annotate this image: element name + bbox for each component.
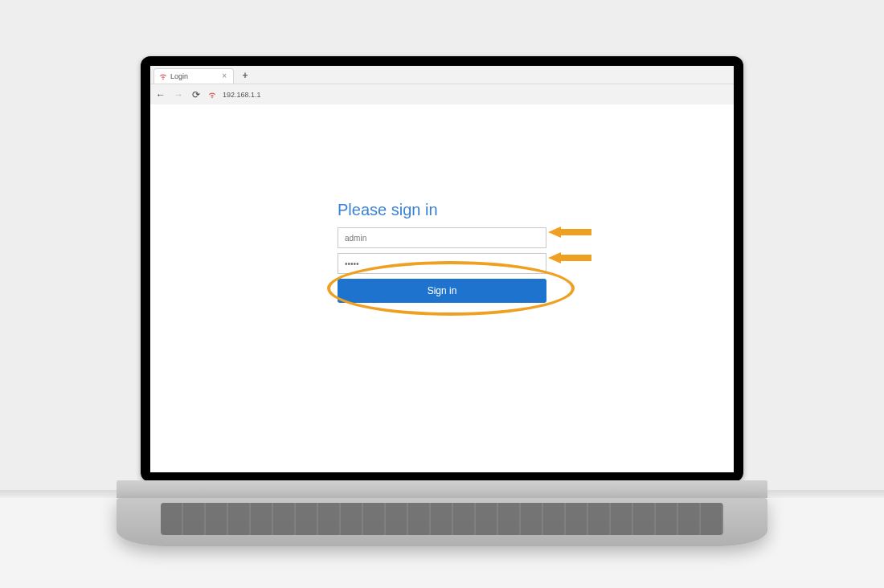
page-body: Please sign in Sign in bbox=[150, 104, 734, 472]
laptop-bezel: Login × + ← → ⟳ 192.168.1.1 bbox=[141, 56, 743, 482]
scene: Login × + ← → ⟳ 192.168.1.1 bbox=[0, 0, 884, 588]
browser-tab[interactable]: Login × bbox=[153, 68, 234, 84]
wifi-addr-icon bbox=[208, 91, 216, 99]
address-text: 192.168.1.1 bbox=[223, 91, 261, 99]
tab-bar: Login × + bbox=[150, 66, 734, 84]
annotation-arrow-username bbox=[548, 227, 591, 238]
signin-heading: Please sign in bbox=[338, 201, 546, 219]
browser-chrome: Login × + ← → ⟳ 192.168.1.1 bbox=[150, 66, 734, 105]
laptop-hinge bbox=[117, 480, 767, 498]
password-field[interactable] bbox=[338, 253, 546, 274]
arrow-head-icon bbox=[548, 252, 561, 263]
arrow-head-icon bbox=[548, 227, 561, 238]
login-form: Please sign in Sign in bbox=[338, 201, 546, 303]
back-button[interactable]: ← bbox=[155, 89, 166, 100]
annotation-arrow-password bbox=[548, 252, 591, 263]
reload-button[interactable]: ⟳ bbox=[190, 89, 202, 100]
browser-toolbar: ← → ⟳ 192.168.1.1 bbox=[150, 84, 734, 105]
tab-close-icon[interactable]: × bbox=[220, 72, 228, 80]
signin-button[interactable]: Sign in bbox=[338, 279, 546, 303]
arrow-shaft bbox=[561, 229, 591, 235]
laptop-keyboard bbox=[161, 503, 723, 535]
forward-button[interactable]: → bbox=[173, 89, 184, 100]
address-bar[interactable]: 192.168.1.1 bbox=[208, 91, 261, 99]
username-field[interactable] bbox=[338, 227, 546, 248]
arrow-shaft bbox=[561, 255, 591, 261]
laptop-screen: Login × + ← → ⟳ 192.168.1.1 bbox=[150, 66, 734, 472]
wifi-favicon-icon bbox=[159, 72, 167, 80]
tab-title: Login bbox=[170, 72, 220, 80]
new-tab-button[interactable]: + bbox=[239, 70, 252, 81]
laptop: Login × + ← → ⟳ 192.168.1.1 bbox=[117, 56, 767, 570]
